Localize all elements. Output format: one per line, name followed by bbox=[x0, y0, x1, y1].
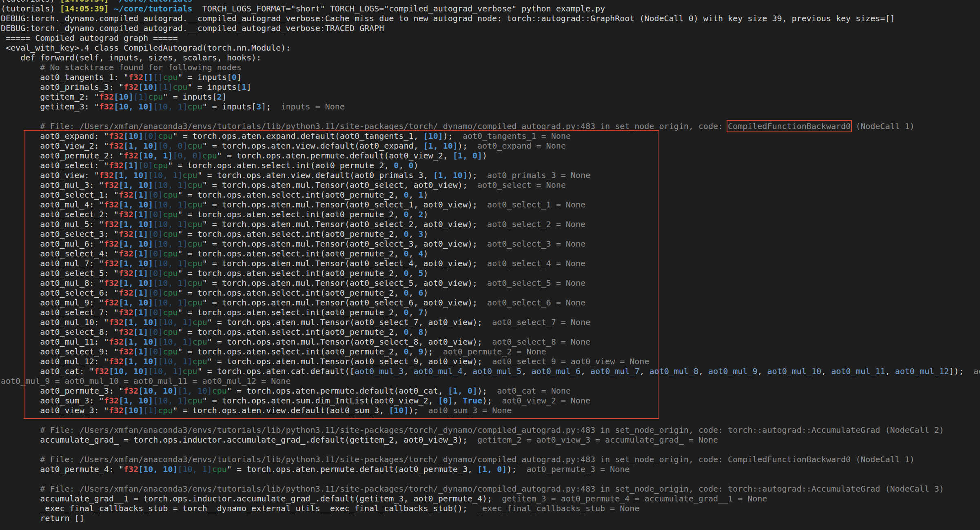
terminal-text-segment: True bbox=[463, 396, 482, 405]
terminal-text-segment: aot0_mul_7 bbox=[590, 366, 639, 376]
terminal-text-segment: [10, 1] bbox=[153, 258, 187, 268]
terminal-text-segment: [10, 1] bbox=[153, 102, 187, 111]
terminal-text-segment: 0 bbox=[404, 249, 408, 258]
terminal-text-segment: f32 bbox=[124, 464, 138, 474]
terminal-text-segment: [10] bbox=[423, 131, 443, 141]
terminal-text-segment: f32 bbox=[119, 190, 133, 200]
terminal-text-segment: ) bbox=[423, 190, 428, 200]
terminal-text-segment: aot0_select_5: " bbox=[1, 268, 119, 278]
terminal-line: aot0_mul_3: "f32[1, 10][10, 1]cpu" = tor… bbox=[1, 180, 980, 190]
terminal-text-segment: " = torch.ops.aten.select.int(aot0_permu… bbox=[177, 229, 404, 239]
terminal-text-segment: aot0_select_9: " bbox=[1, 347, 119, 356]
terminal-text-segment: cpu bbox=[188, 298, 202, 307]
terminal-text-segment: cpu bbox=[183, 366, 197, 376]
terminal-text-segment: 2 bbox=[217, 92, 222, 102]
terminal-text-segment: [1, 10] bbox=[114, 170, 148, 180]
terminal-text-segment: ) bbox=[423, 327, 428, 337]
terminal-text-segment: aot0_permute_3: " bbox=[1, 386, 124, 396]
terminal: (tutorials) [14:05:34] ~/core/tutorials(… bbox=[0, 0, 980, 530]
terminal-text-segment: ) bbox=[413, 160, 418, 170]
terminal-text-segment: f32 bbox=[104, 396, 119, 405]
terminal-text-segment: aot0_mul_5 bbox=[472, 366, 521, 376]
terminal-text-segment: aot0_permute_2: " bbox=[1, 151, 124, 160]
terminal-line: return [] bbox=[1, 513, 980, 523]
terminal-text-segment: , bbox=[408, 249, 418, 258]
terminal-line bbox=[1, 445, 980, 454]
terminal-text-segment: [0] bbox=[148, 268, 163, 278]
terminal-line: aot0_mul_7: "f32[1, 10][10, 1]cpu" = tor… bbox=[1, 258, 980, 268]
terminal-text-segment: , bbox=[408, 209, 418, 219]
terminal-text-segment: aot0_permute_2 = None bbox=[443, 347, 546, 356]
terminal-text-segment: aot0_tangents_1 = None bbox=[463, 131, 571, 141]
terminal-text-segment: [1] bbox=[133, 307, 148, 317]
terminal-line: aot0_mul_9: "f32[1, 10][10, 1]cpu" = tor… bbox=[1, 298, 980, 307]
terminal-text-segment: [0] bbox=[143, 131, 158, 141]
terminal-line: aot0_select: "f32[1][0]cpu" = torch.ops.… bbox=[1, 160, 980, 170]
terminal-text-segment: [1, 10] bbox=[119, 278, 153, 288]
terminal-text-segment: cpu bbox=[188, 141, 202, 151]
terminal-text-segment: cpu bbox=[188, 396, 202, 405]
terminal-text-segment: cpu bbox=[163, 307, 177, 317]
terminal-text-segment: [10] bbox=[138, 82, 158, 92]
terminal-line: (tutorials) [14:05:39] ~/core/tutorials … bbox=[1, 4, 980, 13]
terminal-text-segment: aot0_mul_3 = aot0_mul_4 = aot0_mul_5 = a… bbox=[973, 366, 980, 376]
terminal-text-segment: " = inputs[ bbox=[188, 82, 242, 92]
terminal-text-segment: [] bbox=[153, 72, 163, 82]
terminal-text-segment: cpu bbox=[163, 347, 177, 356]
terminal-text-segment: [14:05:39] bbox=[60, 4, 109, 13]
terminal-text-segment: 0 bbox=[404, 229, 408, 239]
terminal-text-segment: aot0_mul_4 bbox=[413, 366, 462, 376]
terminal-text-segment: f32 bbox=[119, 327, 133, 337]
terminal-text-segment: f32 bbox=[119, 209, 133, 219]
terminal-line: aot0_mul_5: "f32[1, 10][10, 1]cpu" = tor… bbox=[1, 219, 980, 229]
terminal-text-segment: accumulate_grad__1 = torch.ops.inductor.… bbox=[1, 494, 502, 503]
terminal-text-segment: , bbox=[821, 366, 831, 376]
terminal-text-segment: [10, 10] bbox=[138, 386, 177, 396]
terminal-text-segment: " = torch.ops.aten.select.int(aot0_permu… bbox=[177, 209, 404, 219]
terminal-text-segment: f32 bbox=[109, 131, 124, 141]
terminal-line: aot0_select_9: "f32[1][0]cpu" = torch.op… bbox=[1, 347, 980, 356]
terminal-text-segment: " = inputs[ bbox=[163, 92, 217, 102]
terminal-text-segment: f32 bbox=[99, 92, 114, 102]
terminal-text-segment: aot0_select_1: " bbox=[1, 190, 119, 200]
terminal-text-segment: ]); bbox=[949, 366, 973, 376]
terminal-text-segment: " = torch.ops.aten.mul.Tensor(aot0_selec… bbox=[202, 219, 487, 229]
terminal-text-segment: DEBUG:torch._dynamo.compiled_autograd.__… bbox=[1, 23, 384, 33]
terminal-text-segment: [1] bbox=[133, 249, 148, 258]
terminal-line: def forward(self, inputs, sizes, scalars… bbox=[1, 53, 980, 62]
terminal-text-segment: aot0_mul_9 = aot0_mul_10 = aot0_mul_11 =… bbox=[1, 376, 290, 386]
terminal-text-segment: [0] bbox=[148, 209, 163, 219]
terminal-text-segment: ); bbox=[443, 131, 463, 141]
terminal-text-segment: " = torch.ops.aten.cat.default([ bbox=[197, 366, 355, 376]
terminal-text-segment: f32 bbox=[109, 317, 124, 327]
terminal-text-segment: 0 bbox=[408, 160, 413, 170]
terminal-text-segment: 4 bbox=[419, 249, 423, 258]
terminal-line: aot0_sum_3: "f32[1, 10][10, 1]cpu" = tor… bbox=[1, 396, 980, 405]
terminal-text-segment: getitem_2 = aot0_view_3 = accumulate_gra… bbox=[477, 435, 718, 445]
terminal-text-segment: [1, 10] bbox=[119, 298, 153, 307]
terminal-text-segment: , bbox=[521, 366, 531, 376]
terminal-text-segment: aot0_select_8: " bbox=[1, 327, 119, 337]
terminal-text-segment: cpu bbox=[153, 160, 168, 170]
terminal-text-segment: " = torch.ops.aten.select.int(aot0_permu… bbox=[177, 307, 404, 317]
terminal-text-segment: , bbox=[408, 347, 418, 356]
terminal-text-segment: " = torch.ops.aten.view.default(aot0_sum… bbox=[173, 405, 389, 415]
terminal-text-segment: 0 bbox=[404, 209, 408, 219]
terminal-text-segment: cpu bbox=[158, 405, 173, 415]
terminal-line: aot0_select_2: "f32[1][0]cpu" = torch.op… bbox=[1, 209, 980, 219]
terminal-text-segment: [10] bbox=[124, 131, 143, 141]
terminal-text-segment: cpu bbox=[163, 209, 177, 219]
terminal-line: # File: /Users/xmfan/anaconda3/envs/tuto… bbox=[1, 121, 980, 131]
terminal-text-segment: [1] bbox=[133, 209, 148, 219]
terminal-text-segment: [0] bbox=[148, 327, 163, 337]
terminal-text-segment: " = torch.ops.aten.select.int(aot0_permu… bbox=[177, 249, 404, 258]
terminal-text-segment: cpu bbox=[163, 327, 177, 337]
terminal-line: aot0_select_1: "f32[1][0]cpu" = torch.op… bbox=[1, 190, 980, 200]
terminal-text-segment: [10, 1] bbox=[148, 170, 182, 180]
terminal-text-segment: ); bbox=[477, 386, 497, 396]
terminal-text-segment: aot0_mul_12 bbox=[895, 366, 949, 376]
terminal-text-segment: , bbox=[408, 229, 418, 239]
terminal-text-segment: f32 bbox=[119, 307, 133, 317]
terminal-line: aot0_mul_11: "f32[1, 10][10, 1]cpu" = to… bbox=[1, 337, 980, 347]
terminal-line: aot0_view_3: "f32[10][1]cpu" = torch.ops… bbox=[1, 405, 980, 415]
